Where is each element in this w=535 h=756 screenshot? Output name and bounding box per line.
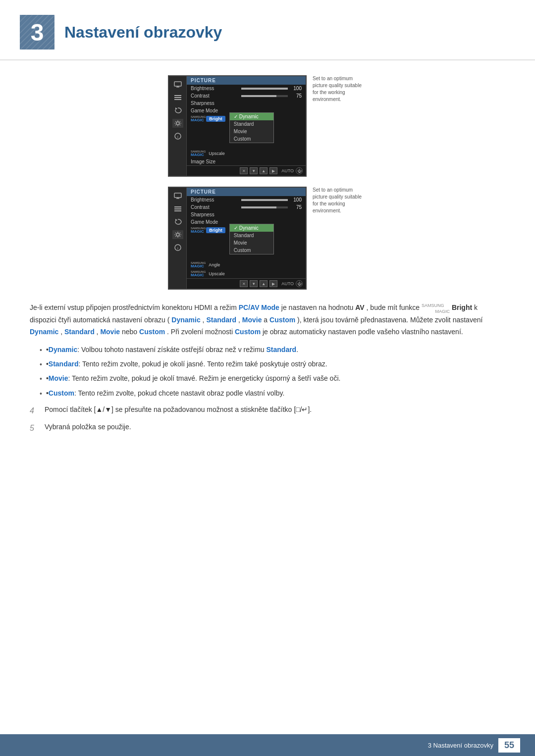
- brightness-bar-top: [241, 88, 288, 90]
- osd-magicupscale-top: SAMSUNG MAGIC Upscale: [187, 149, 306, 158]
- btn-up: ▲: [260, 167, 268, 174]
- main-content: i PICTURE Brightness 100: [0, 75, 535, 435]
- chapter-title: Nastavení obrazovky: [64, 23, 222, 42]
- magic-bright-badge-bottom: Bright: [206, 227, 225, 233]
- svg-text:i: i: [177, 135, 178, 139]
- step-5: 5 Vybraná položka se použije.: [30, 421, 505, 435]
- chapter-number-box: 3: [20, 15, 54, 50]
- av-bold: AV: [355, 303, 364, 311]
- screenshot-top: i PICTURE Brightness 100: [168, 75, 367, 177]
- osd-footer-top: ✕ ▼ ▲ ▶ AUTO ⏻: [187, 165, 306, 176]
- step-5-number: 5: [30, 421, 40, 435]
- custom-text3: Custom: [235, 328, 261, 336]
- svg-rect-0: [174, 82, 181, 86]
- svg-rect-1: [176, 87, 179, 88]
- dynamic-text2: Dynamic: [30, 328, 58, 336]
- movie-text: Movie: [242, 316, 262, 324]
- svg-rect-14: [174, 208, 181, 209]
- icon-lines-b: [172, 204, 183, 213]
- submenu-top: ✓ Dynamic Standard Movie Custom: [229, 112, 274, 143]
- step-4: 4 Pomocí tlačítek [▲/▼] se přesuňte na p…: [30, 404, 505, 417]
- osd-sharpness-bottom: Sharpness: [187, 211, 306, 218]
- svg-marker-6: [175, 107, 177, 110]
- icon-lines: [172, 93, 183, 102]
- osd-magicangle-bottom: SAMSUNG MAGIC Angle: [187, 260, 306, 269]
- btn-down: ▼: [250, 167, 258, 174]
- osd-screen-bottom: i PICTURE Brightness 100 Co: [168, 187, 307, 290]
- magic-bright-badge-top: Bright: [206, 116, 225, 122]
- feature-bullets: • Dynamic: Volbou tohoto nastavení získá…: [40, 344, 505, 400]
- page-number: 55: [498, 738, 520, 753]
- pc-av-mode-label: PC/AV Mode: [239, 303, 279, 311]
- footer-label: 3 Nastavení obrazovky: [428, 742, 493, 749]
- btn-down-b: ▼: [250, 280, 258, 287]
- btn-power-b: ⏻: [296, 280, 303, 287]
- bright-inline: Bright: [452, 303, 472, 311]
- svg-text:i: i: [177, 246, 178, 251]
- dynamic-text: Dynamic: [171, 316, 200, 324]
- screenshots-section: i PICTURE Brightness 100: [30, 75, 505, 290]
- btn-x: ✕: [240, 167, 248, 174]
- icon-rotate: [172, 106, 183, 115]
- svg-rect-4: [174, 97, 181, 98]
- custom-text: Custom: [269, 316, 295, 324]
- callout-top: Set to an optimum picture quality suitab…: [313, 75, 367, 103]
- bullet-standard: • Standard: Tento režim zvolte, pokud je…: [40, 358, 505, 370]
- svg-rect-3: [174, 95, 181, 96]
- bullet-movie: • Movie: Tento režim zvolte, pokud je ok…: [40, 373, 505, 384]
- svg-rect-11: [176, 198, 179, 199]
- svg-marker-16: [175, 219, 177, 221]
- osd-sharpness-top: Sharpness: [187, 100, 306, 107]
- osd-footer-bottom: ✕ ▼ ▲ ▶ AUTO ⏻: [187, 278, 306, 289]
- screenshot-bottom: i PICTURE Brightness 100 Co: [168, 187, 367, 290]
- icon-info-b: i: [172, 243, 183, 252]
- btn-x-b: ✕: [240, 280, 248, 287]
- osd-header-bottom: PICTURE: [187, 188, 306, 196]
- osd-magicbright-row-top: SAMSUNG MAGIC Bright ✓ Dynamic: [187, 114, 306, 123]
- btn-power: ⏻: [296, 167, 303, 174]
- custom-text2: Custom: [139, 328, 165, 336]
- osd-magicbright-row-bottom: SAMSUNG MAGIC Bright ✓ Dynamic: [187, 226, 306, 235]
- bullet-custom: • Custom: Tento režim zvolte, pokud chce…: [40, 388, 505, 399]
- svg-rect-2: [177, 86, 178, 87]
- svg-rect-15: [174, 210, 181, 211]
- icon-monitor: [172, 80, 183, 89]
- osd-contrast-bottom: Contrast 75: [187, 203, 306, 211]
- submenu-bottom: ✓ Dynamic Standard Movie Custom: [229, 224, 274, 254]
- osd-sidebar-bottom: i: [169, 188, 187, 289]
- movie-text2: Movie: [100, 328, 120, 336]
- svg-point-7: [176, 122, 179, 125]
- svg-rect-13: [174, 206, 181, 207]
- osd-brightness-bottom: Brightness 100: [187, 196, 306, 203]
- btn-enter: ▶: [269, 167, 277, 174]
- osd-contrast-top: Contrast 75: [187, 92, 306, 100]
- standard-text: Standard: [206, 316, 236, 324]
- chapter-number: 3: [31, 19, 44, 46]
- osd-main-bottom: PICTURE Brightness 100 Contrast: [187, 188, 306, 289]
- svg-rect-12: [177, 198, 178, 198]
- icon-rotate-b: [172, 217, 183, 226]
- btn-enter-b: ▶: [269, 280, 277, 287]
- icon-monitor-b: [172, 192, 183, 201]
- osd-main-top: PICTURE Brightness 100 Contrast: [187, 76, 306, 176]
- osd-header-top: PICTURE: [187, 76, 306, 85]
- step-5-text: Vybraná položka se použije.: [45, 421, 131, 433]
- standard-text2: Standard: [64, 328, 95, 336]
- bullet-dynamic: • Dynamic: Volbou tohoto nastavení získá…: [40, 344, 505, 355]
- step-4-text: Pomocí tlačítek [▲/▼] se přesuňte na pož…: [45, 404, 312, 416]
- svg-point-17: [176, 233, 179, 236]
- icon-info: i: [172, 132, 183, 141]
- svg-rect-10: [174, 193, 181, 198]
- icon-gear-b: [172, 230, 183, 239]
- svg-rect-5: [174, 99, 181, 100]
- btn-up-b: ▲: [260, 280, 268, 287]
- contrast-bar-top: [241, 95, 288, 97]
- callout-bottom: Set to an optimum picture quality suitab…: [313, 187, 367, 214]
- osd-magicupscale-bottom: SAMSUNG MAGIC Upscale: [187, 269, 306, 278]
- osd-imagesize-top: Image Size: [187, 158, 306, 165]
- osd-screen-top: i PICTURE Brightness 100: [168, 75, 307, 177]
- osd-brightness-top: Brightness 100: [187, 85, 306, 92]
- intro-paragraph: Je-li externí vstup připojen prostřednic…: [30, 302, 505, 435]
- page-footer: 3 Nastavení obrazovky 55: [0, 734, 535, 756]
- icon-gear: [172, 119, 183, 128]
